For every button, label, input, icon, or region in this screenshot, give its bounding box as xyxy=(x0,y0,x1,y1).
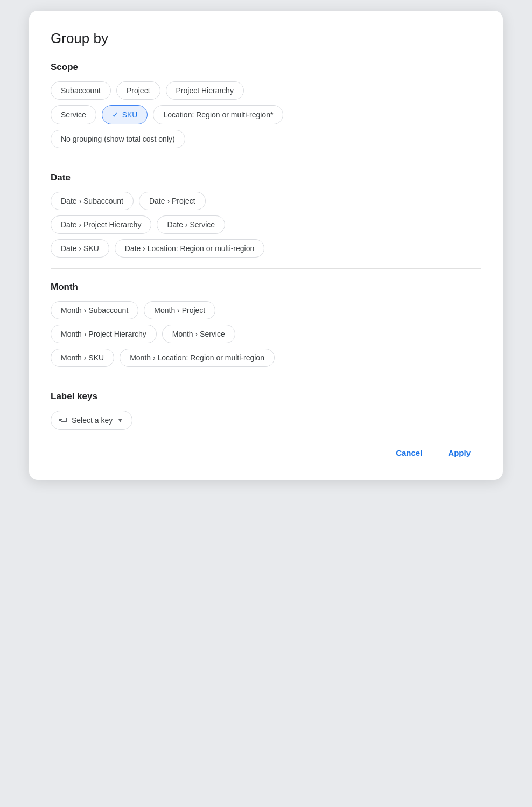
chip-project[interactable]: Project xyxy=(116,81,160,100)
date-section: Date Date › Subaccount Date › Project Da… xyxy=(51,172,481,258)
chip-month-subaccount[interactable]: Month › Subaccount xyxy=(51,301,138,319)
chip-month-project-hierarchy[interactable]: Month › Project Hierarchy xyxy=(51,325,157,343)
label-keys-section-title: Label keys xyxy=(51,391,481,402)
month-chips-row-1: Month › Subaccount Month › Project xyxy=(51,301,481,319)
chip-project-hierarchy[interactable]: Project Hierarchy xyxy=(166,81,244,100)
chip-date-location-region[interactable]: Date › Location: Region or multi-region xyxy=(115,239,264,258)
dropdown-arrow-icon: ▼ xyxy=(117,416,123,424)
chip-subaccount[interactable]: Subaccount xyxy=(51,81,111,100)
date-chips-row-2: Date › Project Hierarchy Date › Service xyxy=(51,215,481,234)
date-chips-row-3: Date › SKU Date › Location: Region or mu… xyxy=(51,239,481,258)
chip-service[interactable]: Service xyxy=(51,105,96,124)
month-section: Month Month › Subaccount Month › Project… xyxy=(51,282,481,367)
label-keys-section: Label keys 🏷 Select a key ▼ xyxy=(51,391,481,430)
chip-month-service[interactable]: Month › Service xyxy=(162,325,235,343)
scope-chips-row-3: No grouping (show total cost only) xyxy=(51,130,481,148)
chip-date-sku[interactable]: Date › SKU xyxy=(51,239,109,258)
chip-date-project[interactable]: Date › Project xyxy=(139,192,206,210)
scope-section: Scope Subaccount Project Project Hierarc… xyxy=(51,62,481,148)
tag-icon: 🏷 xyxy=(59,415,67,425)
chip-month-project[interactable]: Month › Project xyxy=(144,301,215,319)
apply-button[interactable]: Apply xyxy=(437,443,481,463)
date-section-title: Date xyxy=(51,172,481,183)
month-chips-row-2: Month › Project Hierarchy Month › Servic… xyxy=(51,325,481,343)
chip-date-service[interactable]: Date › Service xyxy=(157,215,225,234)
date-divider xyxy=(51,268,481,269)
chip-date-project-hierarchy[interactable]: Date › Project Hierarchy xyxy=(51,215,151,234)
dialog-footer: Cancel Apply xyxy=(51,443,481,463)
date-chips-row-1: Date › Subaccount Date › Project xyxy=(51,192,481,210)
group-by-dialog: Group by Scope Subaccount Project Projec… xyxy=(29,11,503,480)
month-chips-row-3: Month › SKU Month › Location: Region or … xyxy=(51,349,481,367)
cancel-button[interactable]: Cancel xyxy=(385,443,433,463)
scope-section-title: Scope xyxy=(51,62,481,73)
chip-month-sku[interactable]: Month › SKU xyxy=(51,349,114,367)
scope-chips-row-2: Service ✓ SKU Location: Region or multi-… xyxy=(51,105,481,124)
chip-date-subaccount[interactable]: Date › Subaccount xyxy=(51,192,134,210)
chip-location-region[interactable]: Location: Region or multi-region* xyxy=(153,105,283,124)
chip-month-location-region[interactable]: Month › Location: Region or multi-region xyxy=(120,349,275,367)
chip-sku[interactable]: ✓ SKU xyxy=(102,105,148,124)
sku-check-icon: ✓ xyxy=(112,110,119,120)
scope-chips-row: Subaccount Project Project Hierarchy xyxy=(51,81,481,100)
dialog-title: Group by xyxy=(51,30,481,47)
month-divider xyxy=(51,378,481,378)
month-section-title: Month xyxy=(51,282,481,293)
select-key-label: Select a key xyxy=(72,416,113,425)
scope-divider xyxy=(51,159,481,159)
select-key-button[interactable]: 🏷 Select a key ▼ xyxy=(51,411,132,430)
chip-no-grouping[interactable]: No grouping (show total cost only) xyxy=(51,130,185,148)
